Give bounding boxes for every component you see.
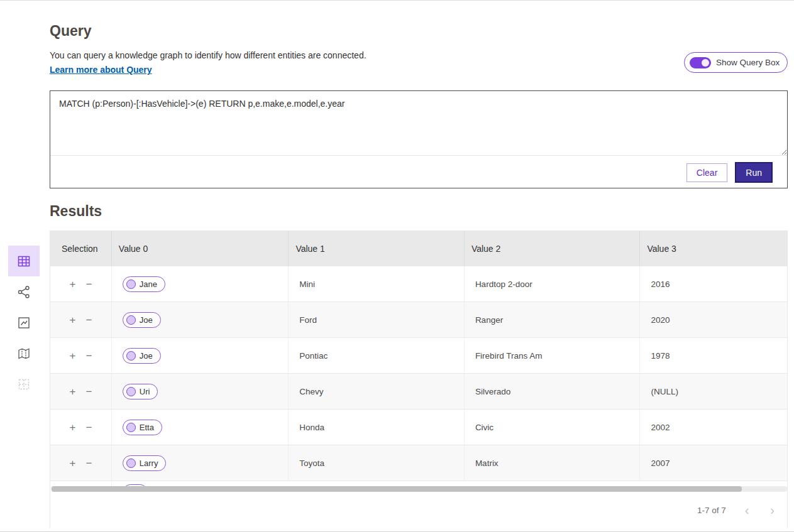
remove-selection-button[interactable]: − (85, 279, 92, 290)
previous-page-button[interactable]: ‹ (742, 504, 752, 516)
query-section-title: Query (50, 23, 91, 40)
cell-value1: Pontiac (289, 338, 465, 373)
column-header-selection: Selection (50, 231, 112, 266)
run-button[interactable]: Run (735, 162, 773, 183)
cell-value3: 1978 (640, 338, 787, 373)
add-selection-button[interactable]: + (69, 458, 75, 469)
chart-icon (17, 316, 31, 330)
cell-value1: Chevy (289, 374, 465, 409)
add-selection-button[interactable]: + (69, 279, 75, 290)
toggle-knob (702, 59, 709, 67)
entity-label: Joe (140, 315, 153, 325)
table-row: +− Larry Toyota Matrix 2007 (50, 445, 787, 480)
cell-value2: Ranger (465, 302, 641, 337)
remove-selection-button[interactable]: − (85, 386, 92, 397)
entity-icon (126, 387, 136, 396)
entity-chip[interactable]: Uri (123, 384, 158, 399)
add-selection-button[interactable]: + (69, 315, 75, 325)
query-box: MATCH (p:Person)-[:HasVehicle]->(e) RETU… (50, 90, 788, 188)
entity-chip[interactable]: Joe (123, 348, 161, 364)
entity-chip[interactable]: Joe (123, 312, 161, 328)
cell-value1: Mini (289, 266, 465, 301)
cell-value2: Civic (465, 410, 641, 445)
entity-label: Larry (140, 459, 158, 468)
entity-chip[interactable]: Etta (123, 420, 162, 435)
column-header-value2: Value 2 (465, 231, 641, 266)
column-header-value3: Value 3 (640, 231, 787, 266)
cell-value2: Hardtop 2-door (465, 266, 641, 301)
page-range-label: 1-7 of 7 (697, 506, 726, 515)
horizontal-scrollbar-thumb[interactable] (52, 486, 742, 492)
table-row: +− Joe Ford Ranger 2020 (50, 301, 787, 337)
results-section-title: Results (50, 203, 102, 220)
remove-selection-button[interactable]: − (85, 422, 92, 433)
table-row: +− Uri Chevy Silverado (NULL) (50, 373, 787, 409)
query-input[interactable]: MATCH (p:Person)-[:HasVehicle]->(e) RETU… (50, 91, 787, 156)
link-chart-view-button[interactable] (8, 276, 40, 307)
cell-value3: 2007 (640, 445, 787, 480)
cell-value3: 2016 (640, 266, 787, 301)
show-query-box-toggle[interactable]: Show Query Box (684, 52, 788, 73)
query-actions: Clear Run (686, 162, 773, 183)
table-row: +− Joe Pontiac Firebird Trans Am 1978 (50, 337, 787, 373)
query-description: You can query a knowledge graph to ident… (50, 50, 367, 60)
cell-value2: Firebird Trans Am (465, 338, 641, 373)
column-header-value1: Value 1 (289, 231, 465, 266)
cell-value1: Honda (289, 410, 465, 445)
entity-label: Etta (140, 423, 154, 432)
pagination-bar: 1-7 of 7 ‹ › (50, 492, 787, 528)
column-header-value0: Value 0 (112, 231, 289, 266)
remove-selection-button[interactable]: − (85, 458, 92, 469)
add-selection-button[interactable]: + (69, 386, 75, 397)
remove-selection-button[interactable]: − (85, 315, 92, 325)
entity-label: Joe (140, 351, 153, 361)
entity-label: Uri (140, 387, 150, 396)
learn-more-link[interactable]: Learn more about Query (50, 65, 152, 75)
cell-value1: Ford (289, 302, 465, 337)
query-page: Query You can query a knowledge graph to… (0, 0, 794, 532)
entity-chip[interactable]: Jane (123, 276, 165, 292)
add-selection-button[interactable]: + (69, 422, 75, 433)
cell-value3: (NULL) (640, 374, 787, 409)
entity-label: Jane (140, 280, 157, 289)
toggle-label: Show Query Box (716, 58, 780, 67)
entity-icon (126, 280, 136, 289)
matrix-view-button[interactable] (8, 369, 40, 399)
entity-chip[interactable]: Larry (123, 455, 167, 471)
matrix-icon (17, 377, 31, 391)
cell-value1: Toyota (289, 445, 465, 480)
clear-button[interactable]: Clear (686, 163, 727, 182)
entity-icon (126, 459, 136, 468)
toggle-switch-icon (690, 57, 711, 68)
horizontal-scrollbar[interactable] (51, 486, 787, 492)
add-selection-button[interactable]: + (69, 350, 75, 361)
cell-value3: 2002 (640, 410, 787, 445)
next-page-button[interactable]: › (768, 504, 777, 516)
results-table: Selection Value 0 Value 1 Value 2 Value … (50, 231, 788, 528)
table-row: +− Etta Honda Civic 2002 (50, 409, 787, 445)
remove-selection-button[interactable]: − (85, 350, 92, 361)
cell-value3: 2020 (640, 302, 787, 337)
map-view-button[interactable] (8, 338, 40, 369)
entity-icon (126, 423, 136, 432)
entity-icon (126, 315, 136, 325)
entity-icon (126, 351, 136, 361)
view-toolbar (8, 246, 40, 399)
table-icon (17, 254, 31, 268)
table-view-button[interactable] (8, 246, 40, 276)
cell-value2: Silverado (465, 374, 641, 409)
link-chart-icon (17, 285, 31, 299)
table-header: Selection Value 0 Value 1 Value 2 Value … (50, 231, 787, 266)
cell-value2: Matrix (465, 445, 641, 480)
map-icon (17, 347, 31, 361)
table-row: +− Jane Mini Hardtop 2-door 2016 (50, 266, 787, 301)
chart-view-button[interactable] (8, 307, 40, 338)
